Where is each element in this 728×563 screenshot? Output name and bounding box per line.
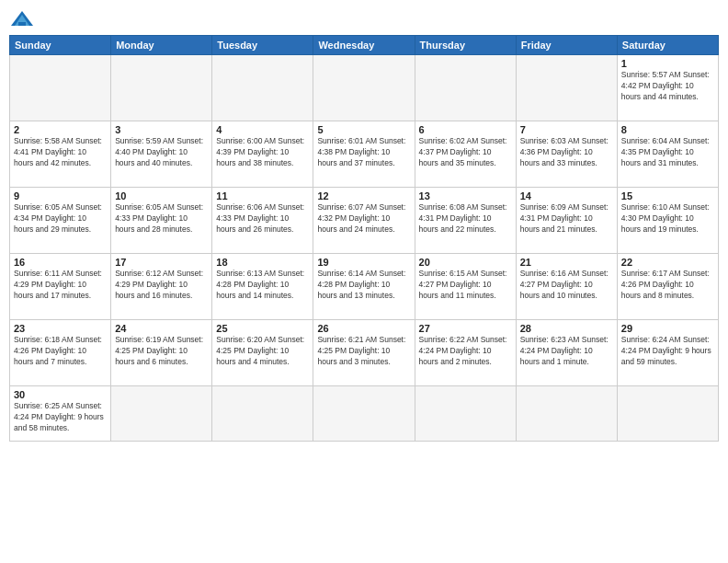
calendar-cell: 8Sunrise: 6:04 AM Sunset: 4:35 PM Daylig… bbox=[617, 121, 718, 188]
calendar-cell: 22Sunrise: 6:17 AM Sunset: 4:26 PM Dayli… bbox=[617, 254, 718, 320]
calendar: SundayMondayTuesdayWednesdayThursdayFrid… bbox=[9, 35, 719, 442]
weekday-header-thursday: Thursday bbox=[415, 36, 516, 55]
calendar-cell bbox=[10, 55, 111, 121]
day-info: Sunrise: 6:17 AM Sunset: 4:26 PM Dayligh… bbox=[621, 269, 714, 302]
week-row-2: 2Sunrise: 5:58 AM Sunset: 4:41 PM Daylig… bbox=[10, 121, 719, 188]
calendar-cell bbox=[111, 386, 212, 442]
calendar-cell bbox=[212, 386, 313, 442]
day-number: 12 bbox=[317, 190, 410, 201]
day-info: Sunrise: 6:16 AM Sunset: 4:27 PM Dayligh… bbox=[520, 269, 613, 302]
page: SundayMondayTuesdayWednesdayThursdayFrid… bbox=[0, 0, 728, 563]
day-number: 3 bbox=[115, 124, 208, 135]
day-number: 16 bbox=[14, 257, 107, 268]
day-number: 7 bbox=[520, 124, 613, 135]
calendar-cell: 2Sunrise: 5:58 AM Sunset: 4:41 PM Daylig… bbox=[10, 121, 111, 188]
weekday-header-saturday: Saturday bbox=[617, 36, 718, 55]
calendar-cell: 10Sunrise: 6:05 AM Sunset: 4:33 PM Dayli… bbox=[111, 188, 212, 254]
day-info: Sunrise: 5:58 AM Sunset: 4:41 PM Dayligh… bbox=[14, 136, 107, 169]
day-number: 29 bbox=[621, 323, 714, 334]
day-number: 8 bbox=[621, 124, 714, 135]
calendar-cell: 30Sunrise: 6:25 AM Sunset: 4:24 PM Dayli… bbox=[10, 386, 111, 442]
calendar-cell: 28Sunrise: 6:23 AM Sunset: 4:24 PM Dayli… bbox=[516, 320, 617, 386]
day-number: 6 bbox=[419, 124, 512, 135]
day-number: 26 bbox=[317, 323, 410, 334]
logo-icon bbox=[9, 9, 35, 29]
logo bbox=[9, 9, 39, 29]
day-number: 22 bbox=[621, 257, 714, 268]
day-number: 10 bbox=[115, 190, 208, 201]
day-number: 9 bbox=[14, 190, 107, 201]
week-row-5: 23Sunrise: 6:18 AM Sunset: 4:26 PM Dayli… bbox=[10, 320, 719, 386]
day-number: 1 bbox=[621, 58, 714, 69]
day-number: 13 bbox=[419, 190, 512, 201]
calendar-cell: 27Sunrise: 6:22 AM Sunset: 4:24 PM Dayli… bbox=[415, 320, 516, 386]
day-info: Sunrise: 6:23 AM Sunset: 4:24 PM Dayligh… bbox=[520, 335, 613, 368]
week-row-4: 16Sunrise: 6:11 AM Sunset: 4:29 PM Dayli… bbox=[10, 254, 719, 320]
weekday-header-tuesday: Tuesday bbox=[212, 36, 313, 55]
calendar-cell: 23Sunrise: 6:18 AM Sunset: 4:26 PM Dayli… bbox=[10, 320, 111, 386]
calendar-cell: 18Sunrise: 6:13 AM Sunset: 4:28 PM Dayli… bbox=[212, 254, 313, 320]
calendar-cell: 14Sunrise: 6:09 AM Sunset: 4:31 PM Dayli… bbox=[516, 188, 617, 254]
calendar-cell: 21Sunrise: 6:16 AM Sunset: 4:27 PM Dayli… bbox=[516, 254, 617, 320]
day-info: Sunrise: 6:05 AM Sunset: 4:34 PM Dayligh… bbox=[14, 202, 107, 236]
day-info: Sunrise: 6:24 AM Sunset: 4:24 PM Dayligh… bbox=[621, 335, 714, 368]
calendar-cell: 12Sunrise: 6:07 AM Sunset: 4:32 PM Dayli… bbox=[313, 188, 415, 254]
day-info: Sunrise: 5:59 AM Sunset: 4:40 PM Dayligh… bbox=[115, 136, 208, 169]
calendar-cell: 5Sunrise: 6:01 AM Sunset: 4:38 PM Daylig… bbox=[313, 121, 415, 188]
weekday-header-sunday: Sunday bbox=[10, 36, 111, 55]
calendar-cell: 6Sunrise: 6:02 AM Sunset: 4:37 PM Daylig… bbox=[415, 121, 516, 188]
calendar-cell bbox=[212, 55, 313, 121]
calendar-cell: 26Sunrise: 6:21 AM Sunset: 4:25 PM Dayli… bbox=[313, 320, 415, 386]
day-info: Sunrise: 6:01 AM Sunset: 4:38 PM Dayligh… bbox=[317, 136, 410, 169]
calendar-cell bbox=[313, 386, 415, 442]
day-info: Sunrise: 6:22 AM Sunset: 4:24 PM Dayligh… bbox=[419, 335, 512, 368]
day-number: 20 bbox=[419, 257, 512, 268]
weekday-header-wednesday: Wednesday bbox=[313, 36, 415, 55]
day-info: Sunrise: 5:57 AM Sunset: 4:42 PM Dayligh… bbox=[621, 70, 714, 103]
calendar-cell: 7Sunrise: 6:03 AM Sunset: 4:36 PM Daylig… bbox=[516, 121, 617, 188]
calendar-cell: 24Sunrise: 6:19 AM Sunset: 4:25 PM Dayli… bbox=[111, 320, 212, 386]
calendar-cell: 11Sunrise: 6:06 AM Sunset: 4:33 PM Dayli… bbox=[212, 188, 313, 254]
day-info: Sunrise: 6:20 AM Sunset: 4:25 PM Dayligh… bbox=[216, 335, 309, 368]
weekday-row: SundayMondayTuesdayWednesdayThursdayFrid… bbox=[10, 36, 719, 55]
day-number: 15 bbox=[621, 190, 714, 201]
calendar-cell bbox=[617, 386, 718, 442]
weekday-header-friday: Friday bbox=[516, 36, 617, 55]
day-number: 28 bbox=[520, 323, 613, 334]
calendar-body: 1Sunrise: 5:57 AM Sunset: 4:42 PM Daylig… bbox=[10, 55, 719, 442]
day-number: 4 bbox=[216, 124, 309, 135]
calendar-cell bbox=[415, 386, 516, 442]
calendar-cell: 13Sunrise: 6:08 AM Sunset: 4:31 PM Dayli… bbox=[415, 188, 516, 254]
weekday-header-monday: Monday bbox=[111, 36, 212, 55]
calendar-cell: 9Sunrise: 6:05 AM Sunset: 4:34 PM Daylig… bbox=[10, 188, 111, 254]
day-number: 17 bbox=[115, 257, 208, 268]
calendar-cell bbox=[516, 386, 617, 442]
week-row-3: 9Sunrise: 6:05 AM Sunset: 4:34 PM Daylig… bbox=[10, 188, 719, 254]
calendar-header: SundayMondayTuesdayWednesdayThursdayFrid… bbox=[10, 36, 719, 55]
calendar-cell: 20Sunrise: 6:15 AM Sunset: 4:27 PM Dayli… bbox=[415, 254, 516, 320]
day-number: 30 bbox=[14, 389, 107, 400]
day-info: Sunrise: 6:04 AM Sunset: 4:35 PM Dayligh… bbox=[621, 136, 714, 169]
day-info: Sunrise: 6:14 AM Sunset: 4:28 PM Dayligh… bbox=[317, 269, 410, 302]
day-info: Sunrise: 6:10 AM Sunset: 4:30 PM Dayligh… bbox=[621, 202, 714, 236]
day-number: 21 bbox=[520, 257, 613, 268]
calendar-cell bbox=[516, 55, 617, 121]
day-number: 23 bbox=[14, 323, 107, 334]
calendar-cell bbox=[415, 55, 516, 121]
calendar-cell bbox=[111, 55, 212, 121]
day-info: Sunrise: 6:25 AM Sunset: 4:24 PM Dayligh… bbox=[14, 401, 107, 434]
day-info: Sunrise: 6:13 AM Sunset: 4:28 PM Dayligh… bbox=[216, 269, 309, 302]
calendar-cell: 1Sunrise: 5:57 AM Sunset: 4:42 PM Daylig… bbox=[617, 55, 718, 121]
day-number: 14 bbox=[520, 190, 613, 201]
day-number: 19 bbox=[317, 257, 410, 268]
day-number: 5 bbox=[317, 124, 410, 135]
calendar-cell: 19Sunrise: 6:14 AM Sunset: 4:28 PM Dayli… bbox=[313, 254, 415, 320]
week-row-6: 30Sunrise: 6:25 AM Sunset: 4:24 PM Dayli… bbox=[10, 386, 719, 442]
day-number: 11 bbox=[216, 190, 309, 201]
day-info: Sunrise: 6:19 AM Sunset: 4:25 PM Dayligh… bbox=[115, 335, 208, 368]
day-number: 24 bbox=[115, 323, 208, 334]
day-info: Sunrise: 6:12 AM Sunset: 4:29 PM Dayligh… bbox=[115, 269, 208, 302]
header bbox=[9, 9, 719, 29]
day-number: 18 bbox=[216, 257, 309, 268]
calendar-cell bbox=[313, 55, 415, 121]
